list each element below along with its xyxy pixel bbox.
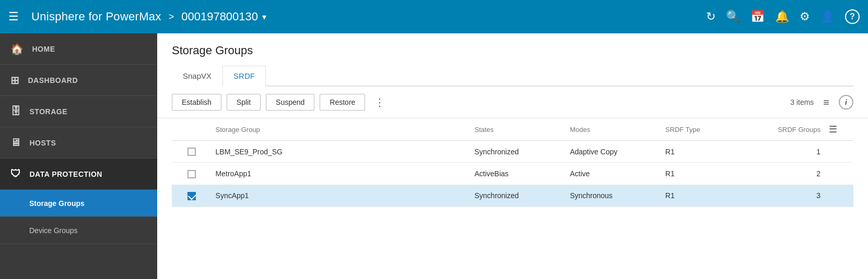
cell-srdf-type: R1 bbox=[661, 185, 743, 207]
table-container: Storage Group States Modes SRDF Type SRD… bbox=[157, 118, 868, 279]
col-header-srdf-groups: SRDF Groups bbox=[743, 118, 825, 141]
tab-snapvx[interactable]: SnapVX bbox=[172, 66, 222, 87]
table-row[interactable]: LBM_SE9_Prod_SGSynchronizedAdaptive Copy… bbox=[172, 141, 853, 163]
topbar-icons: ↻ 🔍 📅 🔔 ⚙ 👤 ? bbox=[706, 9, 860, 24]
cell-storage-group: SyncApp1 bbox=[212, 185, 471, 207]
cell-row-menu bbox=[825, 141, 853, 163]
cell-srdf-type: R1 bbox=[661, 163, 743, 185]
app-title: Unisphere for PowerMax bbox=[31, 10, 161, 23]
home-icon: 🏠 bbox=[10, 43, 24, 55]
bell-icon[interactable]: 🔔 bbox=[775, 10, 789, 23]
main-layout: 🏠 HOME ⊞ DASHBOARD 🗄 STORAGE 🖥 HOSTS 🛡 D… bbox=[0, 33, 868, 279]
user-icon[interactable]: 👤 bbox=[820, 10, 835, 23]
hamburger-menu[interactable]: ☰ bbox=[8, 10, 19, 23]
sidebar-item-storage[interactable]: 🗄 STORAGE bbox=[0, 96, 157, 127]
cell-row-menu bbox=[825, 163, 853, 185]
cell-states: ActiveBias bbox=[470, 163, 566, 185]
storage-groups-label: Storage Groups bbox=[29, 199, 85, 208]
table-row[interactable]: MetroApp1ActiveBiasActiveR12 bbox=[172, 163, 853, 185]
gear-icon[interactable]: ⚙ bbox=[800, 10, 810, 23]
storage-groups-table: Storage Group States Modes SRDF Type SRD… bbox=[172, 118, 853, 207]
content-area: Storage Groups SnapVX SRDF Establish Spl… bbox=[157, 33, 868, 279]
column-menu-icon[interactable]: ☰ bbox=[829, 124, 837, 135]
sidebar: 🏠 HOME ⊞ DASHBOARD 🗄 STORAGE 🖥 HOSTS 🛡 D… bbox=[0, 33, 157, 279]
cell-row-menu bbox=[825, 185, 853, 207]
cell-states: Synchronized bbox=[470, 141, 566, 163]
cell-states: Synchronized bbox=[470, 185, 566, 207]
suspend-button[interactable]: Suspend bbox=[266, 94, 314, 111]
device-dropdown[interactable]: ▾ bbox=[262, 12, 266, 22]
split-button[interactable]: Split bbox=[227, 94, 261, 111]
cell-srdf-groups: 1 bbox=[743, 141, 825, 163]
col-header-menu: ☰ bbox=[825, 118, 853, 141]
topbar: ☰ Unisphere for PowerMax > 000197800130 … bbox=[0, 0, 868, 33]
cell-storage-group: LBM_SE9_Prod_SG bbox=[212, 141, 471, 163]
sidebar-item-storage-label: STORAGE bbox=[30, 107, 67, 116]
col-header-srdf-type: SRDF Type bbox=[661, 118, 743, 141]
sidebar-item-hosts[interactable]: 🖥 HOSTS bbox=[0, 127, 157, 159]
search-icon[interactable]: 🔍 bbox=[726, 10, 740, 23]
content-header: Storage Groups SnapVX SRDF bbox=[157, 33, 868, 87]
cell-srdf-groups: 2 bbox=[743, 163, 825, 185]
establish-button[interactable]: Establish bbox=[172, 94, 221, 111]
info-icon[interactable]: i bbox=[839, 95, 853, 110]
more-actions-button[interactable]: ⋮ bbox=[370, 94, 390, 111]
sidebar-item-hosts-label: HOSTS bbox=[30, 139, 56, 147]
sidebar-item-data-protection[interactable]: 🛡 DATA PROTECTION bbox=[0, 159, 157, 190]
sidebar-item-home[interactable]: 🏠 HOME bbox=[0, 33, 157, 65]
dashboard-icon: ⊞ bbox=[10, 74, 20, 87]
filter-icon[interactable]: ≡ bbox=[823, 96, 829, 108]
row-checkbox[interactable] bbox=[187, 170, 196, 178]
tab-srdf[interactable]: SRDF bbox=[222, 66, 266, 87]
calendar-icon[interactable]: 📅 bbox=[750, 10, 765, 23]
col-header-checkbox bbox=[172, 118, 212, 141]
row-checkbox[interactable] bbox=[187, 148, 196, 156]
device-id: 000197800130 bbox=[181, 10, 258, 23]
device-groups-label: Device Groups bbox=[29, 226, 78, 235]
breadcrumb-chevron: > bbox=[169, 11, 174, 22]
cell-srdf-groups: 3 bbox=[743, 185, 825, 207]
items-count: 3 items bbox=[790, 98, 814, 106]
cell-modes: Adaptive Copy bbox=[566, 141, 661, 163]
sidebar-item-dashboard-label: DASHBOARD bbox=[28, 76, 78, 84]
col-header-storage-group: Storage Group bbox=[212, 118, 471, 141]
sidebar-item-data-protection-label: DATA PROTECTION bbox=[30, 170, 102, 178]
checkbox-cell bbox=[172, 141, 212, 163]
sidebar-item-home-label: HOME bbox=[32, 45, 55, 53]
restore-button[interactable]: Restore bbox=[320, 94, 365, 111]
cell-storage-group: MetroApp1 bbox=[212, 163, 471, 185]
tabs: SnapVX SRDF bbox=[172, 66, 853, 87]
sidebar-item-storage-groups[interactable]: Storage Groups bbox=[0, 190, 157, 217]
checkbox-cell bbox=[172, 163, 212, 185]
col-header-states: States bbox=[470, 118, 566, 141]
hosts-icon: 🖥 bbox=[10, 137, 21, 149]
cell-modes: Synchronous bbox=[566, 185, 661, 207]
toolbar: Establish Split Suspend Restore ⋮ 3 item… bbox=[157, 87, 868, 118]
sidebar-sub-menu: Storage Groups Device Groups bbox=[0, 190, 157, 244]
storage-icon: 🗄 bbox=[10, 105, 21, 117]
checkbox-cell bbox=[172, 185, 212, 207]
table-row[interactable]: SyncApp1SynchronizedSynchronousR13 bbox=[172, 185, 853, 207]
sidebar-item-dashboard[interactable]: ⊞ DASHBOARD bbox=[0, 65, 157, 96]
sidebar-item-device-groups[interactable]: Device Groups bbox=[0, 217, 157, 244]
col-header-modes: Modes bbox=[566, 118, 661, 141]
cell-srdf-type: R1 bbox=[661, 141, 743, 163]
cell-modes: Active bbox=[566, 163, 661, 185]
table-header-row: Storage Group States Modes SRDF Type SRD… bbox=[172, 118, 853, 141]
help-icon[interactable]: ? bbox=[845, 9, 860, 24]
page-title: Storage Groups bbox=[172, 44, 853, 57]
data-protection-icon: 🛡 bbox=[10, 168, 21, 180]
refresh-icon[interactable]: ↻ bbox=[706, 10, 715, 23]
row-checkbox[interactable] bbox=[187, 192, 196, 200]
